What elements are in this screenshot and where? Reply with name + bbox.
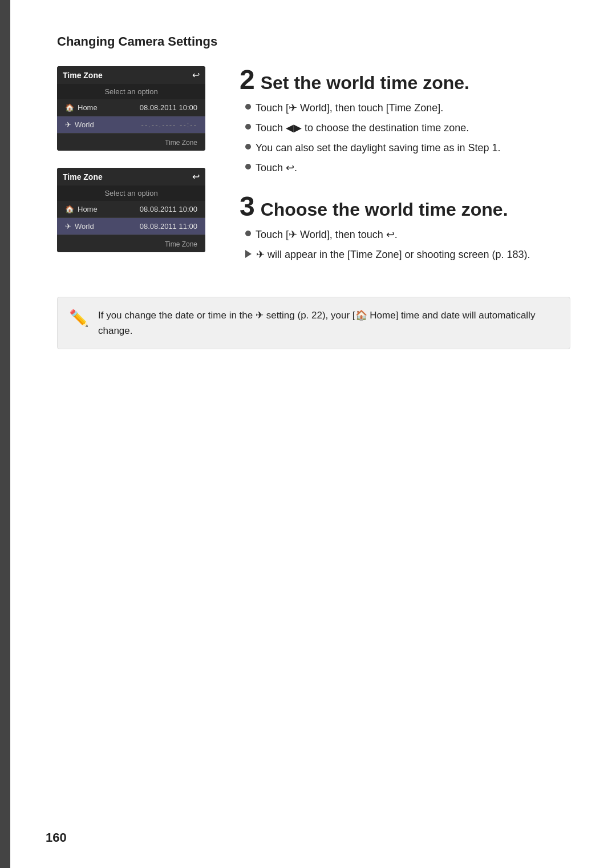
- screen1-title: Time Zone: [63, 71, 103, 80]
- bullet-dot-3: [245, 144, 251, 150]
- screen2-subtitle: Select an option: [57, 185, 205, 201]
- screen2-footer-text: Time Zone: [165, 240, 197, 248]
- step2-number: 2: [240, 66, 255, 94]
- screen1-back-btn[interactable]: ↩: [192, 70, 200, 80]
- step2-title-row: 2 Set the world time zone.: [240, 66, 570, 94]
- screen2-world-value: 08.08.2011 11:00: [140, 222, 197, 231]
- note-icon: ✏️: [69, 309, 89, 328]
- screen1-row-world: ✈ World --.--.---- --:--: [57, 116, 205, 134]
- bullet-dot-4: [245, 164, 251, 169]
- page-number: 160: [46, 830, 67, 845]
- content-area: Changing Camera Settings Time Zone ↩ Sel…: [57, 34, 570, 349]
- step3-bullet-2-text: ✈ will appear in the [Time Zone] or shoo…: [256, 247, 530, 263]
- bullet-dot-2: [245, 124, 251, 130]
- right-column: 2 Set the world time zone. Touch [✈ Worl…: [240, 66, 570, 280]
- screen1-home-label: 🏠 Home: [65, 103, 98, 112]
- step3-title: Choose the world time zone.: [261, 199, 508, 220]
- step3-bullet-1-text: Touch [✈ World], then touch ↩.: [256, 227, 398, 243]
- step3-title-row: 3 Choose the world time zone.: [240, 193, 570, 220]
- main-layout: Time Zone ↩ Select an option 🏠 Home 08.0…: [57, 66, 570, 280]
- step2-bullet-3: You can also set the daylight saving tim…: [245, 140, 570, 156]
- camera-screen-2: Time Zone ↩ Select an option 🏠 Home 08.0…: [57, 168, 205, 252]
- screen2-header: Time Zone ↩: [57, 168, 205, 185]
- left-accent: [0, 0, 10, 868]
- step2-section: 2 Set the world time zone. Touch [✈ Worl…: [240, 66, 570, 176]
- step2-bullet-2-text: Touch ◀▶ to choose the destination time …: [256, 120, 469, 136]
- screen1-world-value: --.--.---- --:--: [141, 120, 197, 129]
- bullet-dot-5: [245, 231, 251, 236]
- step3-number: 3: [240, 193, 255, 220]
- screen2-home-value: 08.08.2011 10:00: [140, 205, 197, 213]
- world-icon-1: ✈: [65, 120, 71, 129]
- home-icon-note: 🏠: [355, 310, 367, 321]
- step3-bullet-2: ✈ will appear in the [Time Zone] or shoo…: [245, 247, 570, 263]
- step3-section: 3 Choose the world time zone. Touch [✈ W…: [240, 193, 570, 263]
- world-icon-2: ✈: [65, 222, 71, 231]
- screen2-home-label: 🏠 Home: [65, 205, 98, 213]
- home-icon-2: 🏠: [65, 205, 74, 213]
- screen1-footer-text: Time Zone: [165, 139, 197, 147]
- step2-bullet-4: Touch ↩.: [245, 160, 570, 176]
- step2-bullets: Touch [✈ World], then touch [Time Zone].…: [240, 100, 570, 176]
- step3-bullet-1: Touch [✈ World], then touch ↩.: [245, 227, 570, 243]
- note-text: If you change the date or time in the ✈ …: [98, 308, 558, 338]
- screen1-world-label: ✈ World: [65, 120, 94, 129]
- screen2-row-home: 🏠 Home 08.08.2011 10:00: [57, 201, 205, 218]
- step2-bullet-2: Touch ◀▶ to choose the destination time …: [245, 120, 570, 136]
- step3-bullets: Touch [✈ World], then touch ↩. ✈ will ap…: [240, 227, 570, 263]
- step2-bullet-1-text: Touch [✈ World], then touch [Time Zone].: [256, 100, 443, 116]
- screen2-back-btn[interactable]: ↩: [192, 171, 200, 182]
- step2-bullet-4-text: Touch ↩.: [256, 160, 297, 176]
- screen1-row-home: 🏠 Home 08.08.2011 10:00: [57, 99, 205, 116]
- home-icon-1: 🏠: [65, 103, 74, 112]
- screen2-title: Time Zone: [63, 172, 103, 181]
- camera-screen-1: Time Zone ↩ Select an option 🏠 Home 08.0…: [57, 66, 205, 151]
- screen2-world-label: ✈ World: [65, 222, 94, 231]
- world-icon-inline-2: ✈: [289, 229, 297, 240]
- step2-bullet-3-text: You can also set the daylight saving tim…: [256, 140, 501, 156]
- screen1-subtitle: Select an option: [57, 84, 205, 99]
- page-header: Changing Camera Settings: [57, 34, 570, 49]
- screen1-home-value: 08.08.2011 10:00: [140, 103, 197, 112]
- screen1-footer: Time Zone: [57, 134, 205, 151]
- step2-title: Set the world time zone.: [261, 72, 469, 94]
- screen2-footer: Time Zone: [57, 235, 205, 252]
- left-column: Time Zone ↩ Select an option 🏠 Home 08.0…: [57, 66, 217, 280]
- screen1-header: Time Zone ↩: [57, 66, 205, 84]
- note-box: ✏️ If you change the date or time in the…: [57, 297, 570, 349]
- screen2-row-world: ✈ World 08.08.2011 11:00: [57, 218, 205, 235]
- bullet-dot-1: [245, 104, 251, 110]
- bullet-arrow-1: [245, 250, 252, 258]
- step2-bullet-1: Touch [✈ World], then touch [Time Zone].: [245, 100, 570, 116]
- world-icon-inline-1: ✈: [289, 102, 297, 114]
- page-container: Changing Camera Settings Time Zone ↩ Sel…: [0, 0, 616, 868]
